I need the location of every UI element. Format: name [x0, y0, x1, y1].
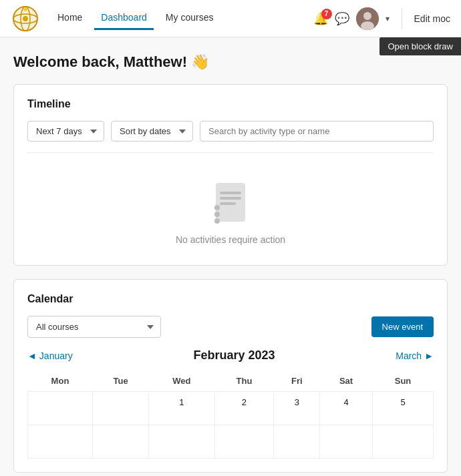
calendar-cell[interactable]: 4 — [320, 392, 373, 425]
site-logo — [11, 4, 40, 33]
calendar-cell[interactable]: 3 — [274, 392, 320, 425]
day-number: 4 — [343, 397, 348, 407]
svg-point-7 — [363, 12, 371, 20]
main-content: Welcome back, Matthew! 👋 Timeline Next 7… — [0, 37, 461, 476]
calendar-grid: MonTueWedThuFriSatSun 12345 — [27, 371, 434, 459]
days-filter[interactable]: Next 7 days — [27, 121, 104, 142]
table-row — [28, 425, 434, 459]
calendar-cell[interactable]: 5 — [373, 392, 434, 425]
svg-point-5 — [23, 7, 27, 11]
day-number: 3 — [295, 397, 299, 407]
svg-rect-11 — [220, 197, 241, 200]
svg-point-14 — [214, 205, 220, 210]
user-menu-dropdown[interactable]: ▾ — [386, 14, 390, 23]
no-activities-text: No activities require action — [176, 234, 285, 245]
calendar-title: Calendar — [27, 293, 434, 305]
edit-moc-button[interactable]: Edit moc — [414, 13, 450, 24]
prev-month-button[interactable]: ◄ January — [27, 350, 73, 361]
no-activities-icon — [210, 180, 251, 226]
timeline-divider — [27, 152, 434, 153]
calendar-cell — [274, 425, 320, 459]
notification-badge: 7 — [321, 9, 332, 19]
timeline-title: Timeline — [27, 98, 434, 110]
no-activities-area: No activities require action — [27, 166, 434, 252]
chat-button[interactable]: 💬 — [335, 11, 349, 26]
calendar-cell — [149, 425, 214, 459]
calendar-body: 12345 — [28, 392, 434, 459]
next-month-label: March — [396, 350, 422, 361]
calendar-weekday: Sat — [320, 371, 373, 392]
navbar: Home Dashboard My courses 🔔 7 💬 ▾ Edit m… — [0, 0, 461, 37]
calendar-cell — [28, 392, 93, 425]
nav-dashboard[interactable]: Dashboard — [94, 7, 154, 30]
prev-month-label: January — [39, 350, 73, 361]
table-row: 12345 — [28, 392, 434, 425]
calendar-header-row: All courses New event — [27, 316, 434, 338]
calendar-cell — [320, 425, 373, 459]
calendar-cell — [28, 425, 93, 459]
calendar-cell — [373, 425, 434, 459]
calendar-cell — [92, 392, 148, 425]
next-arrow-icon: ► — [424, 350, 434, 361]
current-month-title: February 2023 — [193, 348, 275, 363]
calendar-weekday: Fri — [274, 371, 320, 392]
calendar-weekday: Tue — [92, 371, 148, 392]
calendar-weekday: Sun — [373, 371, 434, 392]
svg-rect-10 — [220, 192, 241, 194]
timeline-card: Timeline Next 7 days Sort by dates N — [13, 84, 448, 266]
calendar-cell[interactable]: 2 — [214, 392, 274, 425]
svg-point-15 — [214, 218, 220, 224]
next-month-button[interactable]: March ► — [396, 350, 434, 361]
calendar-cell[interactable]: 1 — [149, 392, 214, 425]
search-input[interactable] — [200, 121, 434, 142]
notifications-button[interactable]: 🔔 7 — [313, 11, 328, 26]
nav-my-courses[interactable]: My courses — [159, 7, 220, 30]
new-event-button[interactable]: New event — [371, 316, 434, 337]
nav-links: Home Dashboard My courses — [51, 7, 313, 30]
svg-rect-12 — [220, 202, 236, 205]
day-number: 1 — [179, 397, 184, 407]
day-number: 2 — [242, 397, 247, 407]
calendar-card: Calendar All courses New event ◄ January… — [13, 279, 448, 473]
nav-home[interactable]: Home — [51, 7, 89, 30]
day-number: 5 — [400, 397, 405, 407]
courses-select[interactable]: All courses — [27, 316, 161, 338]
calendar-weekday: Mon — [28, 371, 93, 392]
svg-point-4 — [23, 16, 28, 21]
block-drawer-tooltip: Open block draw — [379, 37, 461, 55]
svg-point-13 — [214, 212, 220, 217]
calendar-weekday: Thu — [214, 371, 274, 392]
welcome-heading: Welcome back, Matthew! 👋 — [13, 53, 448, 71]
sort-filter[interactable]: Sort by dates — [111, 121, 193, 142]
prev-arrow-icon: ◄ — [27, 350, 37, 361]
calendar-nav: ◄ January February 2023 March ► — [27, 348, 434, 363]
calendar-cell — [92, 425, 148, 459]
navbar-right: 🔔 7 💬 ▾ Edit moc — [313, 7, 450, 30]
nav-divider — [402, 9, 402, 29]
calendar-cell — [214, 425, 274, 459]
timeline-filters: Next 7 days Sort by dates — [27, 121, 434, 142]
avatar[interactable] — [356, 7, 379, 30]
calendar-header: MonTueWedThuFriSatSun — [28, 371, 434, 392]
calendar-weekday: Wed — [149, 371, 214, 392]
